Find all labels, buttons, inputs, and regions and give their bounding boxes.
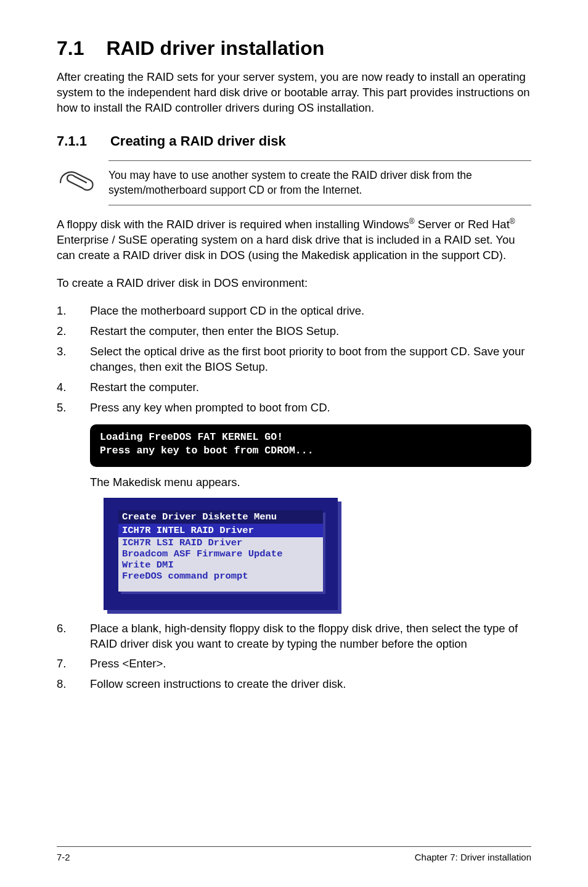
menu-screenshot: Create Driver Diskette Menu ICH7R INTEL … [104, 498, 531, 610]
menu-item: Write DMI [118, 559, 323, 571]
menu-outer: Create Driver Diskette Menu ICH7R INTEL … [104, 498, 338, 610]
note-block: You may have to use another system to cr… [57, 160, 531, 205]
menu-inner: Create Driver Diskette Menu ICH7R INTEL … [118, 510, 323, 592]
heading-1: 7.1RAID driver installation [57, 37, 531, 60]
p2-a: A floppy disk with the RAID driver is re… [57, 218, 409, 231]
page-footer: 7-2 Chapter 7: Driver installation [57, 846, 531, 862]
heading-2-title: Creating a RAID driver disk [110, 133, 286, 149]
p2-b: Server or Red Hat [415, 218, 510, 231]
menu-item: ICH7R LSI RAID Driver [118, 537, 323, 548]
terminal-output: Loading FreeDOS FAT KERNEL GO! Press any… [90, 424, 531, 467]
list-item: Restart the computer, then enter the BIO… [57, 324, 531, 339]
makedisk-line: The Makedisk menu appears. [90, 476, 531, 489]
menu-title: Create Driver Diskette Menu [118, 510, 323, 524]
steps-list-b: Place a blank, high-density floppy disk … [57, 621, 531, 693]
list-item: Select the optical drive as the first bo… [57, 344, 531, 375]
footer-page-number: 7-2 [57, 852, 70, 862]
registered-mark-icon: ® [409, 217, 415, 226]
list-item: Press any key when prompted to boot from… [57, 400, 531, 416]
heading-2: 7.1.1Creating a RAID driver disk [57, 133, 531, 149]
registered-mark-icon: ® [510, 217, 515, 226]
footer-chapter: Chapter 7: Driver installation [415, 852, 531, 862]
steps-list-a: Place the motherboard support CD in the … [57, 303, 531, 416]
list-item: Place a blank, high-density floppy disk … [57, 621, 531, 652]
paragraph-dos-env: To create a RAID driver disk in DOS envi… [57, 276, 531, 291]
list-item: Follow screen instructions to create the… [57, 677, 531, 692]
heading-2-number: 7.1.1 [57, 133, 87, 149]
p2-c: Enterprise / SuSE operating system on a … [57, 233, 515, 262]
menu-item: Broadcom ASF Firmware Update [118, 548, 323, 559]
note-text: You may have to use another system to cr… [108, 160, 531, 205]
heading-1-number: 7.1 [57, 37, 84, 60]
list-item: Restart the computer. [57, 380, 531, 395]
heading-1-title: RAID driver installation [106, 37, 324, 59]
page: 7.1RAID driver installation After creati… [0, 0, 588, 887]
list-item: Place the motherboard support CD in the … [57, 303, 531, 319]
list-item: Press <Enter>. [57, 656, 531, 672]
intro-paragraph: After creating the RAID sets for your se… [57, 70, 531, 116]
paperclip-icon [57, 167, 96, 199]
menu-item-selected: ICH7R INTEL RAID Driver [118, 524, 323, 537]
menu-item: FreeDOS command prompt [118, 571, 323, 582]
paragraph-raid-driver: A floppy disk with the RAID driver is re… [57, 217, 531, 263]
menu-items: ICH7R LSI RAID Driver Broadcom ASF Firmw… [118, 537, 323, 592]
